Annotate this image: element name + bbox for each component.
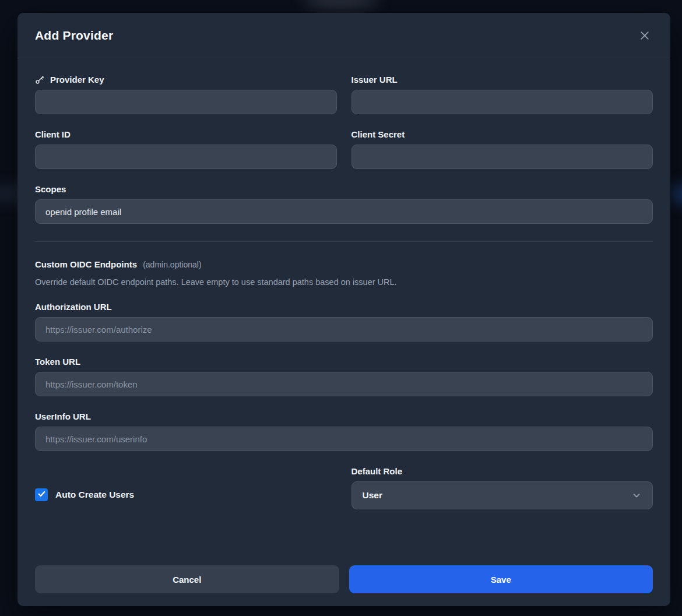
auto-create-users-checkbox[interactable] <box>35 488 48 501</box>
provider-key-input[interactable] <box>35 90 337 114</box>
form-row-1: Provider Key Issuer URL <box>35 75 653 114</box>
token-url-label: Token URL <box>35 357 653 367</box>
close-button[interactable] <box>637 27 653 44</box>
authorization-url-label: Authorization URL <box>35 302 653 312</box>
authorization-url-field: Authorization URL <box>35 302 653 342</box>
issuer-url-label: Issuer URL <box>351 75 653 85</box>
modal-footer: Cancel Save <box>17 565 670 606</box>
save-button[interactable]: Save <box>349 565 653 593</box>
page-title: Add Provider <box>35 29 113 43</box>
key-icon <box>35 75 45 85</box>
default-role-value: User <box>363 490 382 501</box>
section-divider <box>35 241 653 242</box>
default-role-select[interactable]: User <box>351 481 653 509</box>
token-url-field: Token URL <box>35 357 653 396</box>
authorization-url-input[interactable] <box>35 317 653 342</box>
custom-endpoints-heading: Custom OIDC Endpoints (admin.optional) <box>35 259 653 269</box>
client-secret-label: Client Secret <box>351 129 653 139</box>
default-role-label: Default Role <box>351 466 653 476</box>
client-secret-field: Client Secret <box>351 129 653 169</box>
scopes-field: Scopes <box>35 184 653 224</box>
scopes-input[interactable] <box>35 199 653 224</box>
token-url-input[interactable] <box>35 372 653 396</box>
default-role-field: Default Role User <box>351 466 653 509</box>
chevron-down-icon <box>631 490 642 501</box>
form-row-2: Client ID Client Secret <box>35 129 653 169</box>
auto-create-users-label: Auto Create Users <box>55 490 134 500</box>
auto-create-users-toggle: Auto Create Users <box>35 481 337 509</box>
client-id-field: Client ID <box>35 129 337 169</box>
modal-body: Provider Key Issuer URL Client ID Cl <box>17 58 670 565</box>
scopes-label: Scopes <box>35 184 653 194</box>
userinfo-url-label: UserInfo URL <box>35 411 653 421</box>
check-icon <box>37 490 46 501</box>
issuer-url-input[interactable] <box>351 90 653 114</box>
custom-endpoints-description: Override default OIDC endpoint paths. Le… <box>35 277 653 287</box>
x-icon <box>639 30 651 41</box>
form-bottom-row: Auto Create Users Default Role User <box>35 466 653 509</box>
client-secret-input[interactable] <box>351 145 653 169</box>
cancel-button[interactable]: Cancel <box>35 565 339 593</box>
background-blur-smudge <box>303 0 379 9</box>
add-provider-modal: Add Provider <box>17 13 670 606</box>
provider-key-field: Provider Key <box>35 75 337 114</box>
userinfo-url-field: UserInfo URL <box>35 411 653 451</box>
issuer-url-field: Issuer URL <box>351 75 653 114</box>
userinfo-url-input[interactable] <box>35 427 653 451</box>
client-id-label: Client ID <box>35 129 337 139</box>
modal-header: Add Provider <box>17 13 670 58</box>
client-id-input[interactable] <box>35 145 337 169</box>
provider-key-label: Provider Key <box>35 75 337 85</box>
heading-suffix: (admin.optional) <box>143 260 201 269</box>
